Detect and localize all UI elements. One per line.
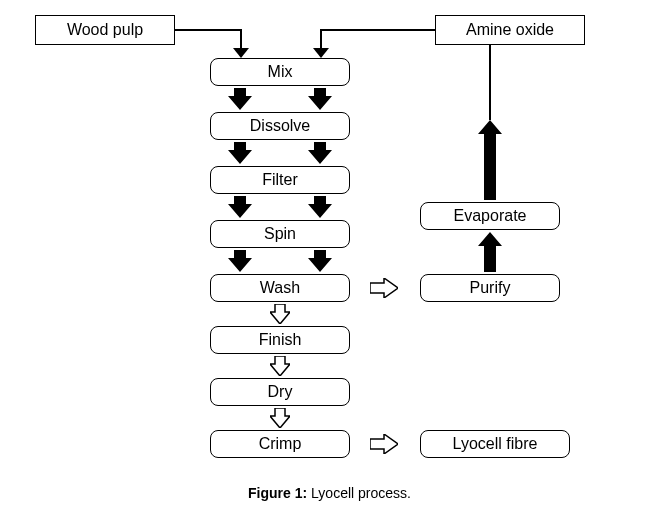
solid-arrow-down-icon [308, 196, 332, 218]
step-mix: Mix [210, 58, 350, 86]
hollow-arrow-down-icon [270, 408, 290, 428]
step-label: Spin [264, 225, 296, 243]
solid-arrow-up-icon [478, 232, 502, 272]
input-label: Wood pulp [67, 21, 143, 39]
solid-arrow-down-icon [308, 250, 332, 272]
svg-marker-1 [313, 48, 329, 58]
svg-marker-11 [270, 356, 290, 376]
svg-marker-6 [228, 196, 252, 218]
svg-marker-12 [270, 408, 290, 428]
connector-line [175, 29, 240, 31]
input-label: Amine oxide [466, 21, 554, 39]
step-label: Wash [260, 279, 300, 297]
svg-marker-5 [308, 142, 332, 164]
hollow-arrow-down-icon [270, 356, 290, 376]
output-lyocell-fibre: Lyocell fibre [420, 430, 570, 458]
svg-marker-13 [370, 278, 398, 298]
connector-line [320, 29, 435, 31]
caption-label: Figure 1: [248, 485, 307, 501]
step-finish: Finish [210, 326, 350, 354]
svg-marker-3 [308, 88, 332, 110]
solid-arrow-up-icon [478, 120, 502, 200]
step-spin: Spin [210, 220, 350, 248]
step-label: Dissolve [250, 117, 310, 135]
solid-arrow-down-icon [228, 142, 252, 164]
step-label: Crimp [259, 435, 302, 453]
svg-marker-15 [478, 120, 502, 200]
svg-marker-9 [308, 250, 332, 272]
step-evaporate: Evaporate [420, 202, 560, 230]
svg-marker-16 [370, 434, 398, 454]
solid-arrow-down-icon [308, 88, 332, 110]
figure-caption: Figure 1: Lyocell process. [0, 485, 659, 501]
svg-marker-8 [228, 250, 252, 272]
solid-arrow-down-icon [228, 88, 252, 110]
step-label: Evaporate [454, 207, 527, 225]
step-filter: Filter [210, 166, 350, 194]
caption-text: Lyocell process. [307, 485, 411, 501]
step-label: Finish [259, 331, 302, 349]
step-dry: Dry [210, 378, 350, 406]
connector-line [489, 45, 491, 120]
hollow-arrow-right-icon [370, 278, 398, 298]
hollow-arrow-right-icon [370, 434, 398, 454]
solid-arrow-down-icon [228, 196, 252, 218]
arrowhead-icon [233, 48, 249, 58]
svg-marker-2 [228, 88, 252, 110]
arrowhead-icon [313, 48, 329, 58]
svg-marker-4 [228, 142, 252, 164]
step-purify: Purify [420, 274, 560, 302]
input-wood-pulp: Wood pulp [35, 15, 175, 45]
step-crimp: Crimp [210, 430, 350, 458]
svg-marker-14 [478, 232, 502, 272]
step-wash: Wash [210, 274, 350, 302]
hollow-arrow-down-icon [270, 304, 290, 324]
step-label: Purify [470, 279, 511, 297]
output-label: Lyocell fibre [453, 435, 538, 453]
svg-marker-0 [233, 48, 249, 58]
solid-arrow-down-icon [228, 250, 252, 272]
step-label: Filter [262, 171, 298, 189]
svg-marker-7 [308, 196, 332, 218]
step-dissolve: Dissolve [210, 112, 350, 140]
input-amine-oxide: Amine oxide [435, 15, 585, 45]
solid-arrow-down-icon [308, 142, 332, 164]
svg-marker-10 [270, 304, 290, 324]
step-label: Mix [268, 63, 293, 81]
step-label: Dry [268, 383, 293, 401]
